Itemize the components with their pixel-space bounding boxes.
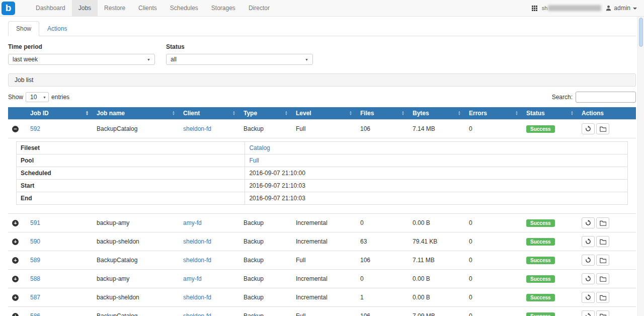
detail-label: End (17, 192, 245, 205)
job-files-button[interactable] (596, 255, 609, 266)
job-id-link[interactable]: 586 (30, 312, 40, 316)
rerun-job-button[interactable] (582, 123, 595, 134)
column-header-label: Files (360, 110, 374, 117)
nav-item-storages[interactable]: Storages (205, 0, 242, 16)
client-link[interactable]: amy-fd (183, 219, 202, 226)
expand-row-icon[interactable]: + (12, 294, 19, 301)
job-files-button[interactable] (596, 273, 609, 284)
column-header-actions: Actions (578, 107, 636, 120)
job-files-button[interactable] (596, 292, 609, 303)
panel-title: Job list (15, 76, 33, 84)
expand-row-icon[interactable]: + (12, 313, 19, 316)
rerun-icon (585, 220, 591, 226)
folder-icon (600, 276, 606, 282)
table-controls: Show 10 ▼ entries Search: (8, 92, 636, 103)
job-files-cell: 106 (356, 120, 409, 138)
job-id-link[interactable]: 592 (30, 125, 40, 132)
bareos-logo[interactable]: b (2, 2, 15, 15)
vertical-scrollbar[interactable] (637, 17, 644, 316)
apps-grid-icon[interactable] (532, 6, 537, 11)
job-id-link[interactable]: 588 (30, 275, 40, 282)
rerun-job-button[interactable] (582, 236, 595, 247)
job-errors-cell: 0 (465, 120, 522, 138)
job-level-cell: Incremental (292, 232, 356, 251)
tab-show[interactable]: Show (8, 21, 39, 36)
detail-value-link[interactable]: Catalog (249, 144, 270, 151)
job-type-cell: Backup (239, 251, 292, 270)
sort-icon[interactable]: ▲▼ (349, 111, 352, 116)
sort-icon[interactable]: ▲▼ (571, 111, 574, 116)
column-header-label: Type (244, 110, 257, 117)
sort-icon[interactable]: ▲▼ (86, 111, 89, 116)
client-link[interactable]: sheldon-fd (183, 312, 211, 316)
sort-icon[interactable]: ▲▼ (172, 111, 175, 116)
time-period-select[interactable]: last week ▼ (8, 54, 155, 65)
job-id-link[interactable]: 589 (30, 257, 40, 264)
expand-row-icon[interactable]: + (12, 239, 19, 245)
sort-icon[interactable]: ▲▼ (285, 111, 288, 116)
entries-per-page-select[interactable]: 10 ▼ (26, 92, 49, 102)
column-header-type[interactable]: Type▲▼ (239, 107, 292, 120)
status-badge: Success (526, 257, 555, 264)
column-header-files[interactable]: Files▲▼ (356, 107, 409, 120)
expand-row-icon[interactable]: + (12, 257, 19, 264)
column-header-bytes[interactable]: Bytes▲▼ (409, 107, 465, 120)
client-link[interactable]: sheldon-fd (183, 257, 211, 264)
rerun-job-button[interactable] (582, 255, 595, 266)
job-id-link[interactable]: 590 (30, 238, 40, 245)
nav-item-jobs[interactable]: Jobs (72, 0, 98, 16)
client-link[interactable]: sheldon-fd (183, 294, 211, 301)
sort-icon[interactable]: ▲▼ (401, 111, 405, 116)
job-files-button[interactable] (596, 217, 609, 228)
sort-icon[interactable]: ▲▼ (232, 111, 235, 116)
status-select[interactable]: all ▼ (166, 54, 313, 65)
rerun-job-button[interactable] (582, 292, 595, 303)
job-list-panel-heading: Job list (8, 73, 636, 87)
job-files-button[interactable] (596, 236, 609, 247)
user-menu[interactable]: admin (606, 5, 637, 12)
nav-item-schedules[interactable]: Schedules (164, 0, 205, 16)
sort-icon[interactable]: ▲▼ (515, 111, 518, 116)
sort-icon[interactable]: ▲▼ (458, 111, 461, 116)
entries-per-page-value: 10 (30, 94, 37, 101)
collapse-row-icon[interactable]: − (12, 126, 19, 132)
nav-item-restore[interactable]: Restore (98, 0, 132, 16)
column-header-level[interactable]: Level▲▼ (292, 107, 356, 120)
nav-item-director[interactable]: Director (242, 0, 276, 16)
job-files-button[interactable] (596, 310, 609, 316)
column-header-job-id[interactable]: Job ID▲▼ (26, 107, 93, 120)
expand-row-icon[interactable]: + (12, 276, 19, 282)
job-id-link[interactable]: 591 (30, 219, 40, 226)
job-bytes-cell: 0.00 B (409, 288, 465, 307)
rerun-job-button[interactable] (582, 217, 595, 228)
filters-section: Time period last week ▼ Status all ▼ (8, 43, 636, 65)
rerun-job-button[interactable] (582, 273, 595, 284)
column-header-job-name[interactable]: Job name▲▼ (93, 107, 179, 120)
column-header-client[interactable]: Client▲▼ (179, 107, 239, 120)
client-link[interactable]: sheldon-fd (183, 125, 211, 132)
detail-value-link[interactable]: Full (249, 157, 259, 164)
expand-row-icon[interactable]: + (12, 220, 19, 226)
column-header-errors[interactable]: Errors▲▼ (465, 107, 522, 120)
folder-icon (600, 295, 606, 300)
nav-item-dashboard[interactable]: Dashboard (29, 0, 72, 16)
client-link[interactable]: sheldon-fd (183, 238, 211, 245)
status-badge: Success (526, 238, 555, 246)
detail-row-end: End2016-09-07 21:10:03 (17, 192, 628, 205)
job-type-cell: Backup (239, 120, 292, 138)
column-header-status[interactable]: Status▲▼ (522, 107, 578, 120)
tab-actions[interactable]: Actions (39, 21, 75, 36)
rerun-job-button[interactable] (582, 310, 595, 316)
nav-item-clients[interactable]: Clients (132, 0, 164, 16)
job-row-588: +588backup-amyamy-fdBackupIncremental00.… (8, 270, 636, 288)
entries-label: entries (51, 94, 69, 101)
client-link[interactable]: amy-fd (183, 275, 202, 282)
job-id-link[interactable]: 587 (30, 294, 40, 301)
tab-bar: ShowActions (8, 21, 636, 36)
job-files-cell: 0 (356, 270, 409, 288)
job-name-cell: backup-sheldon (93, 288, 179, 307)
search-input[interactable] (576, 92, 636, 103)
job-files-button[interactable] (596, 123, 609, 134)
scrollbar-thumb[interactable] (639, 18, 643, 47)
username-label: admin (614, 5, 630, 12)
